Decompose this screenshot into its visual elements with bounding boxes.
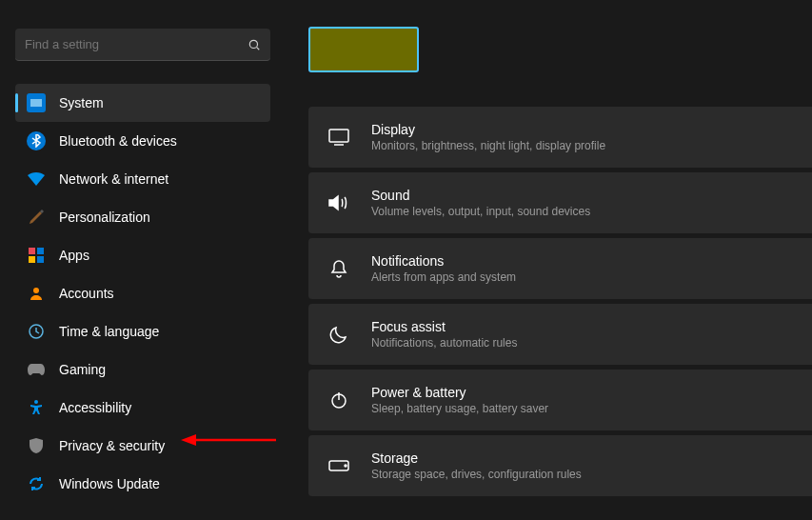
svg-point-8: [33, 288, 39, 293]
sidebar-item-bluetooth[interactable]: Bluetooth & devices: [15, 122, 270, 160]
settings-item-text: Display Monitors, brightness, night ligh…: [371, 122, 605, 152]
settings-item-sub: Volume levels, output, input, sound devi…: [371, 205, 590, 218]
main-panel: Display Monitors, brightness, night ligh…: [286, 0, 812, 520]
gaming-icon: [27, 360, 46, 379]
settings-item-text: Focus assist Notifications, automatic ru…: [371, 319, 517, 350]
settings-item-title: Power & battery: [371, 385, 548, 400]
search-icon: [248, 38, 261, 51]
svg-rect-6: [29, 256, 35, 263]
accessibility-icon: [27, 398, 46, 417]
svg-line-1: [257, 47, 260, 50]
apps-icon: [27, 246, 46, 265]
settings-item-text: Notifications Alerts from apps and syste…: [371, 253, 516, 284]
system-icon: [27, 93, 46, 112]
sidebar-item-label: Accounts: [59, 286, 114, 301]
svg-rect-4: [29, 248, 35, 254]
search-input[interactable]: [25, 37, 248, 51]
settings-item-sub: Sleep, battery usage, battery saver: [371, 402, 548, 415]
sidebar-item-accessibility[interactable]: Accessibility: [15, 389, 270, 427]
sidebar-item-label: Gaming: [59, 362, 106, 377]
svg-point-18: [345, 465, 347, 467]
settings-item-notifications[interactable]: Notifications Alerts from apps and syste…: [308, 238, 812, 300]
clock-icon: [27, 322, 46, 341]
sidebar-item-system[interactable]: System: [15, 84, 270, 122]
sound-icon: [327, 191, 350, 214]
sidebar-item-label: Personalization: [59, 210, 150, 225]
svg-point-0: [249, 40, 257, 48]
sidebar-item-apps[interactable]: Apps: [15, 236, 270, 274]
bell-icon: [327, 257, 350, 280]
power-icon: [327, 389, 350, 411]
search-box[interactable]: [15, 29, 270, 61]
sidebar-item-label: Apps: [59, 248, 89, 263]
settings-item-title: Sound: [371, 188, 590, 203]
svg-rect-5: [37, 248, 44, 254]
settings-item-storage[interactable]: Storage Storage space, drives, configura…: [308, 435, 812, 497]
settings-item-text: Storage Storage space, drives, configura…: [371, 450, 582, 481]
settings-item-sub: Notifications, automatic rules: [371, 336, 517, 350]
sidebar-item-label: Accessibility: [59, 400, 131, 415]
sidebar-item-privacy[interactable]: Privacy & security: [15, 427, 270, 465]
settings-item-title: Storage: [371, 450, 582, 466]
settings-item-text: Power & battery Sleep, battery usage, ba…: [371, 385, 548, 415]
svg-rect-3: [30, 99, 42, 107]
settings-item-power[interactable]: Power & battery Sleep, battery usage, ba…: [308, 370, 812, 431]
sidebar-item-gaming[interactable]: Gaming: [15, 350, 270, 389]
settings-item-sub: Monitors, brightness, night light, displ…: [371, 139, 605, 152]
display-preview-thumbnail[interactable]: [308, 27, 419, 72]
sidebar-item-label: Privacy & security: [59, 438, 165, 453]
update-icon: [27, 474, 46, 493]
sidebar: System Bluetooth & devices Network & int…: [0, 0, 286, 520]
svg-point-10: [34, 400, 38, 404]
sidebar-item-label: Time & language: [59, 324, 159, 339]
settings-item-text: Sound Volume levels, output, input, soun…: [371, 188, 590, 218]
settings-item-sub: Storage space, drives, configuration rul…: [371, 468, 582, 481]
sidebar-item-network[interactable]: Network & internet: [15, 160, 270, 198]
settings-item-sub: Alerts from apps and system: [371, 270, 516, 284]
settings-item-focus[interactable]: Focus assist Notifications, automatic ru…: [308, 304, 812, 366]
sidebar-item-personalization[interactable]: Personalization: [15, 198, 270, 236]
storage-icon: [327, 454, 350, 477]
sidebar-item-time[interactable]: Time & language: [15, 312, 270, 350]
settings-item-title: Display: [371, 122, 605, 137]
wifi-icon: [27, 170, 46, 189]
sidebar-item-label: Bluetooth & devices: [59, 133, 177, 149]
svg-rect-13: [329, 130, 348, 142]
sidebar-item-accounts[interactable]: Accounts: [15, 274, 270, 312]
bluetooth-icon: [27, 131, 46, 150]
moon-icon: [327, 323, 350, 346]
settings-item-title: Notifications: [371, 253, 516, 269]
person-icon: [27, 284, 46, 303]
sidebar-item-label: Windows Update: [59, 476, 160, 491]
sidebar-item-label: System: [59, 95, 104, 110]
paintbrush-icon: [27, 208, 46, 227]
settings-item-title: Focus assist: [371, 319, 517, 334]
settings-item-sound[interactable]: Sound Volume levels, output, input, soun…: [308, 172, 812, 234]
sidebar-item-label: Network & internet: [59, 171, 168, 187]
sidebar-item-update[interactable]: Windows Update: [15, 465, 270, 503]
shield-icon: [27, 436, 46, 455]
display-icon: [327, 126, 350, 149]
svg-rect-7: [37, 256, 44, 263]
settings-item-display[interactable]: Display Monitors, brightness, night ligh…: [308, 107, 812, 169]
